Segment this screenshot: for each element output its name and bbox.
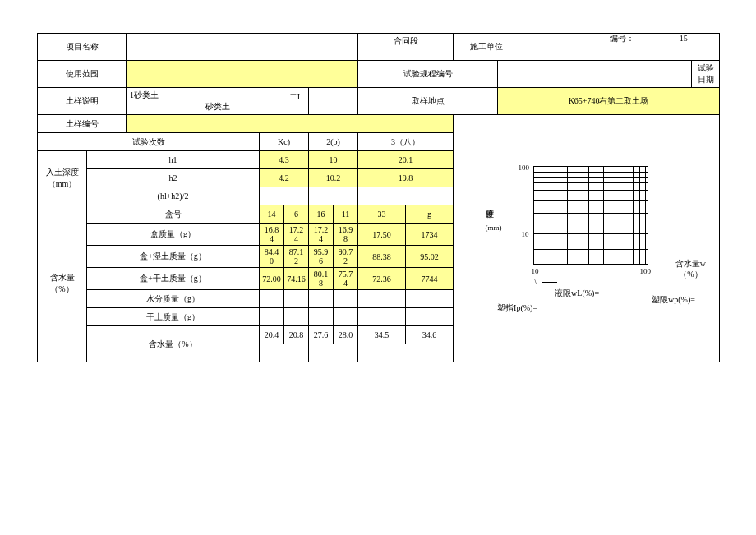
construction-unit-label: 施工单位	[454, 34, 519, 61]
box-mass-2: 17.2 4	[284, 224, 309, 246]
water-content-4: 28.0	[334, 326, 358, 344]
depth-h1-v1: 4.3	[260, 151, 309, 169]
depth-h1-label: h1	[87, 151, 260, 169]
depth-h2-v3: 19.8	[358, 169, 454, 187]
form-table: 项目名称 合同段 D标 施工单位 使用范围 试验规程编号 试验 日期 土样说明 …	[37, 33, 720, 362]
wet-mass-3: 95.9 6	[309, 246, 334, 268]
water-mass-5	[358, 290, 406, 308]
plastic-index-label: 塑指Ip(%)=	[497, 302, 537, 314]
spec-no-label: 试验规程编号	[358, 61, 498, 88]
depth-h1-v2: 10	[309, 151, 358, 169]
usage-label: 使用范围	[38, 61, 127, 88]
contract-section-value: D标	[361, 47, 454, 58]
water-content-5: 34.5	[358, 326, 406, 344]
box-mass-5: 17.50	[358, 224, 406, 246]
drysoil-mass-4	[334, 308, 358, 326]
wet-mass-6: 95.02	[406, 246, 454, 268]
water-content-label: 含水量（%）	[87, 326, 260, 362]
drysoil-mass-2	[284, 308, 309, 326]
drysoil-mass-3	[309, 308, 334, 326]
box-no-4: 11	[334, 205, 358, 224]
spec-no-value	[498, 61, 692, 88]
water-content-avg-1	[260, 344, 309, 362]
chart-tick-10: 10	[522, 230, 529, 238]
water-content-2: 20.8	[284, 326, 309, 344]
sample-no-label: 土样编号	[38, 115, 127, 133]
box-no-label: 盒号	[87, 205, 260, 224]
drysoil-mass-5	[358, 308, 406, 326]
dry-mass-1: 72.00	[260, 268, 284, 290]
box-no-2: 6	[284, 205, 309, 224]
box-mass-4: 16.9 8	[334, 224, 358, 246]
wet-mass-4: 90.7 2	[334, 246, 358, 268]
water-content-avg-2	[309, 344, 358, 362]
depth-h2-v1: 4.2	[260, 169, 309, 187]
doc-no-value: 15-	[680, 34, 690, 43]
water-group-label: 含水量（%）	[38, 205, 87, 362]
depth-group-label: 入土深度 （mm）	[38, 151, 87, 205]
dry-mass-label: 盒+干土质量（g）	[87, 268, 260, 290]
box-no-5: 33	[358, 205, 406, 224]
water-mass-label: 水分质量（g）	[87, 290, 260, 308]
trial-col-3: 3（八）	[358, 133, 454, 151]
box-no-6: g	[406, 205, 454, 224]
box-no-3: 16	[309, 205, 334, 224]
wet-mass-1: 84.4 0	[260, 246, 284, 268]
depth-h1-v3: 20.1	[358, 151, 454, 169]
drysoil-mass-1	[260, 308, 284, 326]
water-mass-6	[406, 290, 454, 308]
depth-avg-v3	[358, 187, 454, 205]
trial-col-2: 2(b)	[309, 133, 358, 151]
wet-mass-2: 87.1 2	[284, 246, 309, 268]
water-mass-2	[284, 290, 309, 308]
contract-section-label: 合同段 D标	[358, 34, 454, 61]
water-mass-1	[260, 290, 284, 308]
plastic-limit-label: 塑限wp(%)=	[652, 294, 695, 306]
chart-y-unit: (mm)	[486, 224, 502, 232]
doc-no-label: 编号：	[610, 34, 634, 43]
test-date-label: 试验 日期	[692, 61, 720, 88]
sample-no-value	[127, 115, 454, 133]
chart-area: 锥度 (mm) 100 10	[454, 115, 720, 362]
chart-tick-100x: 100	[640, 267, 652, 275]
chart-tick-100: 100	[519, 164, 530, 172]
depth-h2-v2: 10.2	[309, 169, 358, 187]
dry-mass-4: 75.7 4	[334, 268, 358, 290]
soil-desc-label: 土样说明	[38, 88, 127, 115]
box-mass-6: 1734	[406, 224, 454, 246]
wet-mass-5: 88.38	[358, 246, 406, 268]
sampling-loc-value: K65+740右第二取土场	[498, 88, 720, 115]
trial-col-1: Kc)	[260, 133, 309, 151]
drysoil-mass-label: 干土质量（g）	[87, 308, 260, 326]
soil-desc-spacer	[309, 88, 358, 115]
dry-mass-6: 7744	[406, 268, 454, 290]
chart-tick-10x: 10	[532, 267, 539, 275]
box-no-1: 14	[260, 205, 284, 224]
usage-value	[127, 61, 358, 88]
water-mass-3	[309, 290, 334, 308]
liquid-limit-label: 液限wL(%)=	[555, 288, 599, 299]
dry-mass-3: 80.1 8	[309, 268, 334, 290]
box-mass-1: 16.8 4	[260, 224, 284, 246]
trials-label: 试验次数	[38, 133, 260, 151]
project-name-value	[127, 34, 358, 61]
depth-avg-label: (hl+h2)/2	[87, 187, 260, 205]
depth-avg-v1	[260, 187, 309, 205]
depth-avg-v2	[309, 187, 358, 205]
water-w-label: 含水量w （%）	[675, 258, 706, 279]
project-name-label: 项目名称	[38, 34, 127, 61]
water-content-6: 34.6	[406, 326, 454, 344]
wet-mass-label: 盒+湿土质量（g）	[87, 246, 260, 268]
water-content-3: 27.6	[309, 326, 334, 344]
water-mass-4	[334, 290, 358, 308]
drysoil-mass-6	[406, 308, 454, 326]
box-mass-label: 盒质量（g）	[87, 224, 260, 246]
dry-mass-2: 74.16	[284, 268, 309, 290]
soil-desc-value: 1砂类土 二I 砂类土	[127, 88, 309, 115]
depth-h2-label: h2	[87, 169, 260, 187]
box-mass-3: 17.2 4	[309, 224, 334, 246]
dry-mass-5: 72.36	[358, 268, 406, 290]
water-content-1: 20.4	[260, 326, 284, 344]
chart-grid	[533, 166, 648, 265]
water-content-avg-3	[358, 344, 454, 362]
